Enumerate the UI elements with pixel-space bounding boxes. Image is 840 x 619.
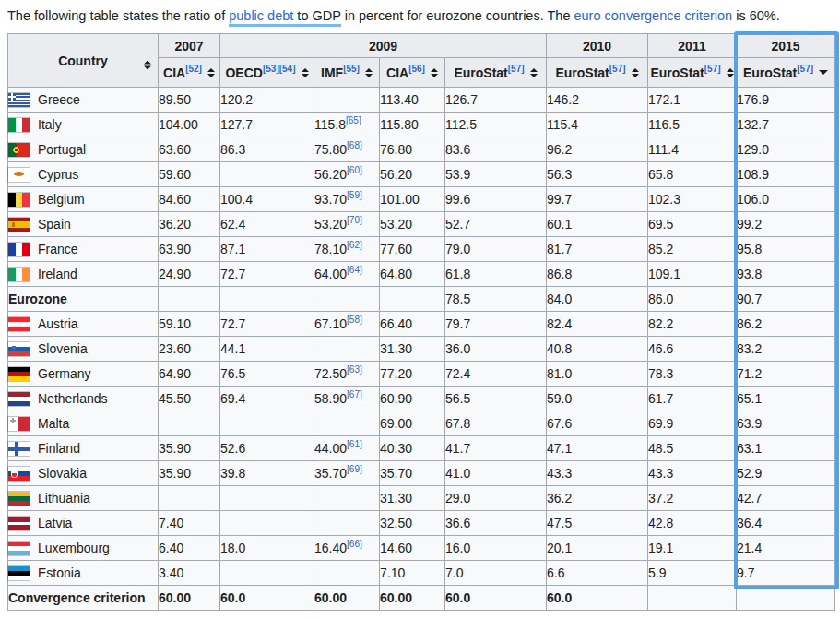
value-cell: 81.7 [547, 237, 648, 262]
reference-link[interactable]: [57] [609, 64, 626, 74]
source-label: CIA[56] [386, 65, 425, 80]
value-cell [159, 411, 220, 436]
reference-link[interactable]: [58] [347, 315, 362, 325]
value-cell: 72.4 [445, 362, 547, 387]
source-label: IMF[55] [321, 65, 360, 80]
country-cell: Belgium [8, 187, 159, 212]
value-cell: 176.9 [737, 88, 835, 113]
table-wrap: Country20072009201020112015CIA[52]OECD[5… [7, 33, 835, 611]
value-cell: 37.2 [648, 486, 737, 511]
reference-link[interactable]: [57] [797, 64, 813, 74]
value-cell [220, 287, 314, 312]
sort-header-oecd-2009[interactable]: OECD[53][54] [220, 58, 314, 88]
country-name: Lithuania [38, 491, 90, 506]
sub-header-inner: OECD[53][54] [220, 65, 314, 80]
value-cell: 86.8 [547, 262, 648, 287]
value-cell: 53.9 [445, 162, 547, 187]
value-cell: 56.20[60] [314, 162, 380, 187]
value-cell: 67.8 [445, 411, 547, 436]
reference-link[interactable]: [70] [347, 215, 362, 225]
country-cell-inner: Slovenia [8, 341, 158, 356]
country-name: Luxembourg [38, 541, 110, 555]
country-cell: Estonia [8, 561, 159, 586]
country-name: Greece [38, 92, 80, 107]
reference-link[interactable]: [57] [704, 64, 721, 74]
sort-header-eurostat-2015[interactable]: EuroStat[57] [737, 58, 835, 88]
year-header-2011: 2011 [648, 34, 737, 58]
value-cell: 93.8 [737, 262, 835, 287]
country-cell-inner: Slovakia [8, 466, 158, 481]
value-cell: 79.0 [445, 237, 547, 262]
sort-header-imf-2009[interactable]: IMF[55] [314, 58, 380, 88]
value-cell: 115.4 [547, 113, 648, 137]
value-cell: 63.1 [737, 436, 835, 461]
reference-link[interactable]: [61] [347, 439, 362, 449]
value-cell: 63.60 [159, 137, 220, 162]
value-cell: 67.6 [547, 411, 648, 436]
table-row-portugal: Portugal63.6086.375.80[68]76.8083.696.21… [8, 137, 835, 162]
value-cell: 62.4 [220, 212, 314, 237]
reference-link[interactable]: [64] [347, 265, 362, 275]
sort-header-eurostat-2010[interactable]: EuroStat[57] [547, 58, 648, 88]
country-cell-inner: Portugal [8, 142, 158, 157]
value-cell: 99.2 [737, 212, 835, 237]
country-cell: Italy [8, 113, 159, 137]
sort-header-eurostat-2011[interactable]: EuroStat[57] [648, 58, 737, 88]
value-cell: 21.4 [737, 536, 835, 561]
country-cell-inner: Greece [8, 92, 158, 107]
reference-link[interactable]: [57] [508, 64, 525, 74]
table-row-netherlands: Netherlands45.5069.458.90[67]60.9056.559… [8, 387, 835, 411]
reference-link[interactable]: [60] [347, 165, 362, 175]
sub-header-inner: EuroStat[57] [547, 65, 647, 80]
table-row-germany: Germany64.9076.572.50[63]77.2072.481.078… [8, 362, 835, 387]
sort-header-eurostat-2009[interactable]: EuroStat[57] [445, 58, 547, 88]
value-cell: 59.10 [159, 312, 220, 337]
euro-convergence-criterion-link[interactable]: euro convergence criterion [574, 8, 732, 23]
reference-link[interactable]: [52] [185, 64, 202, 74]
sort-both-icon [144, 60, 151, 69]
value-cell: 83.2 [737, 337, 835, 362]
reference-link[interactable]: [56] [408, 64, 425, 74]
year-header-2007: 2007 [159, 34, 220, 58]
value-cell: 7.0 [445, 561, 547, 586]
reference-link[interactable]: [55] [343, 64, 360, 74]
value-cell: 59.0 [547, 387, 648, 411]
value-cell: 72.7 [220, 262, 314, 287]
sort-header-cia-2007[interactable]: CIA[52] [159, 58, 220, 88]
reference-link[interactable]: [69] [347, 464, 362, 474]
country-cell: Malta [8, 411, 159, 436]
triangle-up [530, 68, 538, 72]
public-debt-link[interactable]: public debt [229, 8, 293, 23]
country-name: Slovakia [38, 466, 87, 481]
country-cell: Slovenia [8, 337, 159, 362]
reference-link[interactable]: [68] [347, 140, 362, 150]
value-cell: 99.7 [547, 187, 648, 212]
intro-before: The following table states the ratio of [7, 8, 229, 23]
flag-slovakia-icon [8, 467, 30, 481]
value-cell [220, 411, 314, 436]
year-header-2009: 2009 [220, 34, 547, 58]
value-cell: 18.0 [220, 536, 314, 561]
flag-lithuania-icon [8, 492, 30, 506]
flag-cyprus-icon [8, 168, 30, 182]
value-cell: 29.0 [445, 486, 547, 511]
reference-link[interactable]: [65] [346, 115, 361, 125]
value-cell: 39.8 [220, 461, 314, 486]
value-cell: 86.3 [220, 137, 314, 162]
value-cell: 43.3 [648, 461, 737, 486]
country-cell-inner: Finland [8, 441, 158, 456]
reference-link[interactable]: [62] [347, 240, 362, 250]
reference-link[interactable]: [63] [347, 364, 362, 375]
value-cell: 72.7 [220, 312, 314, 337]
sort-header-country[interactable]: Country [8, 34, 159, 88]
reference-link[interactable]: [54] [279, 64, 296, 74]
country-name: France [38, 242, 78, 256]
reference-link[interactable]: [53] [263, 64, 279, 74]
reference-link[interactable]: [66] [347, 539, 362, 549]
flag-slovenia-icon [8, 342, 30, 356]
reference-link[interactable]: [67] [347, 389, 362, 399]
sort-header-cia-2009[interactable]: CIA[56] [380, 58, 445, 88]
underline-annotation: public debt to GDP [229, 8, 340, 27]
flag-finland-icon [8, 442, 30, 456]
reference-link[interactable]: [59] [347, 190, 362, 200]
